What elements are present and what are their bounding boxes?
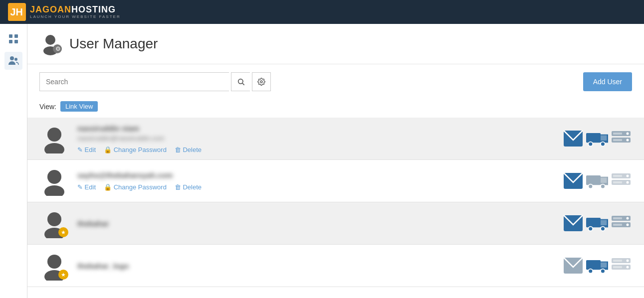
svg-point-25 [627, 133, 629, 135]
svg-rect-55 [613, 217, 622, 219]
avatar-svg [39, 124, 69, 153]
user-avatar [39, 166, 69, 196]
page-header: ⚙ User Manager [27, 24, 644, 64]
user-list: nassiruddin niamnassiruddin@nassiruddin.… [27, 118, 644, 287]
view-bar: View: Link View [27, 99, 644, 118]
svg-point-54 [627, 224, 629, 226]
server-icon[interactable] [610, 128, 632, 149]
svg-point-43 [47, 212, 61, 226]
svg-rect-46 [586, 218, 601, 227]
svg-rect-41 [613, 175, 622, 177]
user-row: nassiruddin niamnassiruddin@nassiruddin.… [27, 118, 644, 160]
svg-point-20 [588, 142, 593, 147]
svg-rect-50 [601, 220, 607, 225]
svg-point-53 [627, 217, 629, 220]
svg-rect-69 [613, 260, 622, 262]
svg-point-14 [260, 81, 262, 83]
content: ⚙ User Manager [27, 24, 644, 298]
top-nav: JH JAGOANHOSTING LAUNCH YOUR WEBSITE FAS… [0, 0, 644, 24]
add-user-button[interactable]: Add User [583, 72, 632, 91]
svg-rect-2 [9, 34, 12, 38]
user-service-icons [562, 255, 632, 277]
toolbar: Add User [27, 64, 644, 99]
svg-rect-70 [613, 266, 622, 268]
svg-point-39 [627, 175, 629, 177]
truck-icon[interactable] [586, 170, 608, 192]
svg-point-30 [44, 185, 64, 196]
mail-icon[interactable] [562, 255, 584, 277]
svg-point-21 [601, 142, 605, 147]
truck-icon[interactable] [586, 255, 608, 277]
user-name: thebahar_logo [77, 262, 554, 270]
svg-rect-18 [586, 133, 601, 143]
svg-point-40 [627, 181, 629, 184]
svg-point-35 [601, 184, 605, 189]
page-header-icon: ⚙ [39, 32, 63, 56]
action-edit[interactable]: ✎ Edit [77, 183, 96, 191]
user-row: ★ thebahar [27, 202, 644, 245]
svg-rect-60 [586, 260, 601, 270]
svg-text:JH: JH [10, 6, 23, 17]
action-change-password[interactable]: 🔒 Change Password [104, 183, 167, 191]
action-edit[interactable]: ✎ Edit [77, 146, 96, 153]
svg-point-12 [238, 79, 242, 84]
user-row: sayho@thebaharoyah.com✎ Edit🔒 Change Pas… [27, 160, 644, 202]
svg-point-16 [44, 143, 64, 153]
user-actions: ✎ Edit🔒 Change Password🗑 Delete [77, 146, 554, 153]
grid-icon [7, 33, 19, 45]
user-name: sayho@thebaharoyah.com [77, 171, 554, 179]
action-delete[interactable]: 🗑 Delete [175, 183, 202, 191]
search-input[interactable] [39, 72, 229, 91]
mail-icon[interactable] [562, 128, 584, 149]
sidebar [0, 24, 27, 298]
search-icon [237, 78, 245, 86]
gear-icon [257, 78, 265, 86]
svg-point-6 [10, 56, 14, 60]
svg-rect-32 [586, 175, 601, 185]
svg-rect-42 [613, 181, 622, 183]
truck-icon[interactable] [586, 128, 608, 149]
logo-text: JAGOANHOSTING LAUNCH YOUR WEBSITE FASTER [30, 5, 121, 19]
svg-point-68 [627, 266, 629, 269]
svg-rect-4 [9, 40, 12, 43]
svg-rect-22 [601, 135, 607, 141]
settings-button[interactable] [252, 72, 271, 91]
svg-point-34 [588, 184, 593, 189]
svg-point-57 [47, 255, 61, 269]
svg-rect-64 [601, 262, 607, 268]
search-button[interactable] [231, 72, 250, 91]
action-change-password[interactable]: 🔒 Change Password [104, 146, 167, 153]
mail-icon[interactable] [562, 212, 584, 234]
user-manager-icon: ⚙ [39, 32, 63, 56]
user-info: thebahar [77, 219, 554, 228]
server-icon[interactable] [610, 170, 632, 192]
user-name: nassiruddin niam [77, 124, 554, 133]
svg-point-48 [588, 227, 593, 231]
server-icon[interactable] [610, 212, 632, 234]
svg-point-8 [45, 35, 55, 45]
user-info: sayho@thebaharoyah.com✎ Edit🔒 Change Pas… [77, 171, 554, 191]
user-email: nassiruddin@nassiruddin.com [77, 135, 554, 142]
server-icon[interactable] [610, 255, 632, 277]
svg-point-67 [627, 260, 629, 262]
user-row: ★ thebahar_logo [27, 245, 644, 287]
star-badge: ★ [58, 227, 68, 237]
svg-rect-27 [613, 133, 622, 135]
truck-icon[interactable] [586, 212, 608, 234]
logo: JH JAGOANHOSTING LAUNCH YOUR WEBSITE FAS… [8, 3, 121, 21]
user-name: thebahar [77, 219, 554, 228]
svg-point-26 [627, 139, 629, 142]
user-info: thebahar_logo [77, 262, 554, 270]
logo-icon: JH [8, 3, 26, 21]
mail-icon[interactable] [562, 170, 584, 192]
user-service-icons [562, 212, 632, 234]
svg-rect-5 [14, 40, 18, 43]
view-badge[interactable]: Link View [60, 101, 98, 112]
sidebar-item-users[interactable] [4, 52, 22, 70]
user-avatar: ★ [39, 208, 69, 238]
action-delete[interactable]: 🗑 Delete [175, 146, 202, 153]
user-avatar: ★ [39, 251, 69, 281]
svg-rect-56 [613, 224, 622, 226]
sidebar-item-dashboard[interactable] [4, 30, 22, 48]
svg-point-15 [47, 128, 61, 142]
